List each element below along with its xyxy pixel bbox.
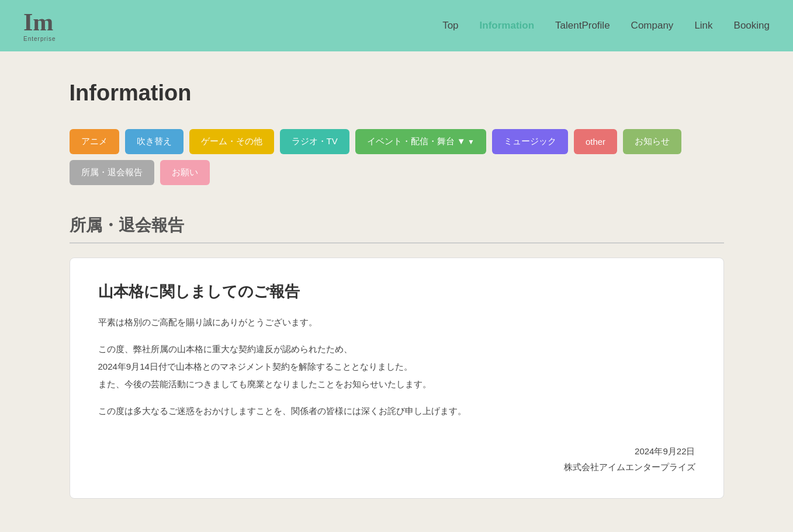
nav-item-company[interactable]: Company xyxy=(631,20,674,32)
section-heading: 所属・退会報告 xyxy=(70,214,724,244)
btn-anime[interactable]: アニメ xyxy=(70,129,119,154)
logo-text: Im xyxy=(23,10,53,34)
btn-shozoku[interactable]: 所属・退会報告 xyxy=(70,160,154,185)
btn-onegai[interactable]: お願い xyxy=(160,160,210,185)
article-body: 平素は格別のご高配を賜り誠にありがとうございます。この度、弊社所属の山本格に重大… xyxy=(98,314,695,420)
btn-radio[interactable]: ラジオ・TV xyxy=(280,129,349,154)
logo-area: Im Enterprise xyxy=(23,10,56,42)
main-nav: TopInformationTalentProfileCompanyLinkBo… xyxy=(442,20,770,32)
page-title: Information xyxy=(70,81,724,106)
btn-event[interactable]: イベント・配信・舞台 ▼ xyxy=(355,129,486,154)
article-paragraph: この度、弊社所属の山本格に重大な契約違反が認められたため、2024年9月14日付… xyxy=(98,340,695,393)
logo-sub: Enterprise xyxy=(23,36,56,42)
btn-other[interactable]: other xyxy=(574,129,617,154)
btn-music[interactable]: ミュージック xyxy=(492,129,568,154)
article-company: 株式会社アイムエンタープライズ xyxy=(98,459,695,475)
nav-item-booking[interactable]: Booking xyxy=(734,20,770,32)
site-header: Im Enterprise TopInformationTalentProfil… xyxy=(0,0,793,51)
filter-buttons: アニメ吹き替えゲーム・その他ラジオ・TVイベント・配信・舞台 ▼ミュージックot… xyxy=(70,129,724,185)
nav-item-top[interactable]: Top xyxy=(442,20,458,32)
nav-item-information[interactable]: Information xyxy=(480,20,535,32)
article-title: 山本格に関しましてのご報告 xyxy=(98,281,695,302)
article-footer: 2024年9月22日 株式会社アイムエンタープライズ xyxy=(98,443,695,475)
nav-item-talentprofile[interactable]: TalentProfile xyxy=(555,20,610,32)
article-card: 山本格に関しましてのご報告 平素は格別のご高配を賜り誠にありがとうございます。こ… xyxy=(70,258,724,499)
nav-item-link[interactable]: Link xyxy=(694,20,712,32)
article-paragraph: この度は多大なるご迷惑をおかけしますことを、関係者の皆様には深くお詫び申し上げま… xyxy=(98,402,695,420)
article-date: 2024年9月22日 xyxy=(98,443,695,459)
btn-game[interactable]: ゲーム・その他 xyxy=(189,129,274,154)
main-content: Information アニメ吹き替えゲーム・その他ラジオ・TVイベント・配信・… xyxy=(23,51,771,532)
btn-oshirase[interactable]: お知らせ xyxy=(623,129,681,154)
btn-fukikae[interactable]: 吹き替え xyxy=(125,129,183,154)
article-paragraph: 平素は格別のご高配を賜り誠にありがとうございます。 xyxy=(98,314,695,331)
